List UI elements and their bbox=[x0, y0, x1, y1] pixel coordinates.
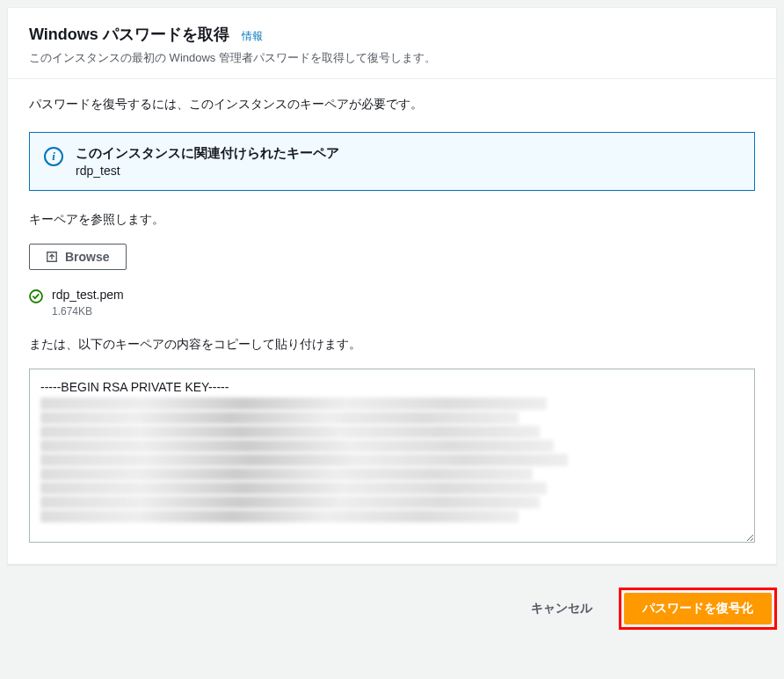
panel-body: パスワードを復号するには、このインスタンスのキーペアが必要です。 i このインス… bbox=[8, 79, 776, 564]
page-title: Windows パスワードを取得 bbox=[29, 24, 229, 45]
browse-button[interactable]: Browse bbox=[29, 244, 127, 270]
info-link[interactable]: 情報 bbox=[242, 29, 263, 44]
decrypt-highlight-box: パスワードを復号化 bbox=[619, 588, 777, 630]
footer-actions: キャンセル パスワードを復号化 bbox=[0, 572, 784, 637]
uploaded-file-row: rdp_test.pem 1.674KB bbox=[29, 288, 755, 318]
or-paste-text: または、以下のキーペアの内容をコピーして貼り付けます。 bbox=[29, 337, 755, 353]
upload-icon bbox=[46, 251, 58, 263]
intro-text: パスワードを復号するには、このインスタンスのキーペアが必要です。 bbox=[29, 97, 755, 113]
info-box-title: このインスタンスに関連付けられたキーペア bbox=[76, 145, 740, 162]
browse-label: キーペアを参照します。 bbox=[29, 212, 755, 228]
private-key-textarea[interactable]: -----BEGIN RSA PRIVATE KEY----- bbox=[29, 369, 755, 543]
info-icon: i bbox=[44, 147, 63, 166]
panel-header: Windows パスワードを取得 情報 このインスタンスの最初の Windows… bbox=[8, 8, 776, 79]
cancel-button[interactable]: キャンセル bbox=[515, 594, 608, 624]
decrypt-password-button[interactable]: パスワードを復号化 bbox=[624, 593, 772, 624]
uploaded-file-name: rdp_test.pem bbox=[52, 288, 124, 302]
page-subtitle: このインスタンスの最初の Windows 管理者パスワードを取得して復号します。 bbox=[29, 50, 755, 66]
key-first-line: -----BEGIN RSA PRIVATE KEY----- bbox=[40, 378, 744, 396]
success-check-icon bbox=[29, 289, 43, 303]
info-box-value: rdp_test bbox=[76, 164, 740, 178]
main-panel: Windows パスワードを取得 情報 このインスタンスの最初の Windows… bbox=[7, 7, 777, 565]
browse-button-label: Browse bbox=[65, 250, 110, 264]
uploaded-file-size: 1.674KB bbox=[52, 305, 124, 318]
keypair-info-box: i このインスタンスに関連付けられたキーペア rdp_test bbox=[29, 132, 755, 191]
